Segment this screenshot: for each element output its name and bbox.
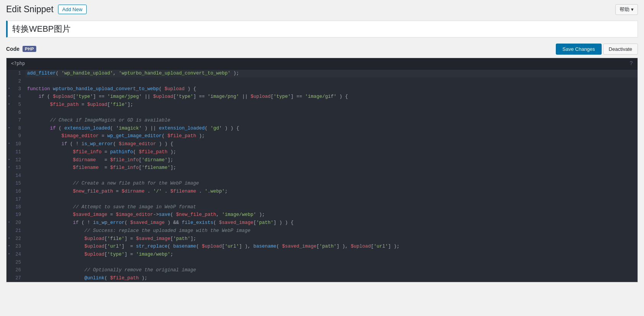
code-line: ▾5 $file_path = $upload['file']; xyxy=(6,101,638,109)
code-line: 27 @unlink( $file_path ); xyxy=(6,274,638,282)
deactivate-button[interactable]: Deactivate xyxy=(603,44,638,55)
code-line: 14 xyxy=(6,172,638,180)
code-line: 16 $new_file_path = $dirname . '/' . $fi… xyxy=(6,188,638,196)
code-line: ▾8 if ( extension_loaded( 'imagick' ) ||… xyxy=(6,125,638,133)
code-line: ▾22 $upload['file'] = $saved_image['path… xyxy=(6,235,638,243)
page-title: Edit Snippet xyxy=(6,4,53,15)
code-line: 7 // Check if ImageMagick or GD is avail… xyxy=(6,117,638,125)
code-line: ▾12 $dirname = $file_info['dirname']; xyxy=(6,156,638,164)
code-line: ▾13 $filename = $file_info['filename']; xyxy=(6,164,638,172)
code-line: 2 xyxy=(6,78,638,85)
editor-help-icon[interactable]: ? xyxy=(630,60,633,68)
code-line: ▾23 $upload['url'] = str_replace( basena… xyxy=(6,243,638,251)
add-new-button[interactable]: Add New xyxy=(58,5,87,14)
code-line: ▾24 $upload['type'] = 'image/webp'; xyxy=(6,251,638,259)
code-line: 17 xyxy=(6,196,638,203)
help-label: 帮助 xyxy=(620,6,629,13)
php-badge: PHP xyxy=(23,46,36,52)
help-button[interactable]: 帮助 ▾ xyxy=(615,4,638,15)
php-opening-tag: <?php xyxy=(11,60,25,67)
code-line: 19 $saved_image = $image_editor->save( $… xyxy=(6,211,638,219)
code-line: 1 add_filter( 'wp_handle_upload', 'wptur… xyxy=(6,70,638,78)
code-line: ▾10 if ( ! is_wp_error( $image_editor ) … xyxy=(6,140,638,148)
code-line: ▾20 if ( ! is_wp_error( $saved_image ) &… xyxy=(6,219,638,227)
code-line: 9 $image_editor = wp_get_image_editor( $… xyxy=(6,132,638,140)
code-line: 15 // Create a new file path for the Web… xyxy=(6,180,638,188)
code-line: 11 $file_info = pathinfo( $file_path ); xyxy=(6,148,638,156)
code-line: 25 xyxy=(6,259,638,266)
save-changes-button[interactable]: Save Changes xyxy=(556,44,601,55)
code-line: ▾3 function wpturbo_handle_upload_conver… xyxy=(6,85,638,93)
code-line: 26 // Optionally remove the original ima… xyxy=(6,266,638,274)
code-label: Code xyxy=(6,46,19,52)
snippet-title-input[interactable] xyxy=(6,21,638,37)
code-line: 21 // Success: replace the uploaded imag… xyxy=(6,227,638,235)
code-lines: 1 add_filter( 'wp_handle_upload', 'wptur… xyxy=(6,70,638,282)
help-arrow-icon: ▾ xyxy=(631,6,634,12)
code-line: ▾4 if ( $upload['type'] == 'image/jpeg' … xyxy=(6,93,638,101)
code-line: 6 xyxy=(6,109,638,117)
code-line: 18 // Attempt to save the image in WebP … xyxy=(6,203,638,211)
code-editor[interactable]: <?php ? 1 add_filter( 'wp_handle_upload'… xyxy=(6,58,638,283)
